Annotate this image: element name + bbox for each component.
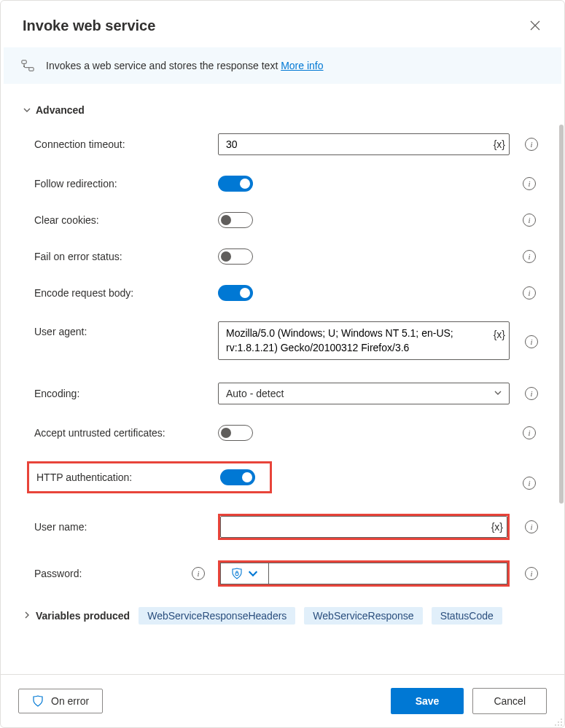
dialog-footer: On error Save Cancel [1,674,564,727]
label-user-agent: User agent: [34,321,209,337]
info-icon[interactable]: i [525,335,538,348]
info-icon[interactable]: i [523,286,536,300]
connection-timeout-input[interactable] [218,133,510,155]
svg-rect-1 [29,68,34,71]
row-http-auth-outer: HTTP authentication: i [23,461,542,505]
save-button[interactable]: Save [391,688,464,714]
info-icon[interactable]: i [523,250,536,263]
username-input[interactable] [220,516,507,538]
cancel-button[interactable]: Cancel [472,688,547,714]
label-password: Password: [34,568,209,579]
scrollbar-thumb[interactable] [559,125,564,504]
variables-produced-label: Variables produced [36,610,130,622]
more-info-link[interactable]: More info [281,60,323,71]
row-user-agent: User agent: Mozilla/5.0 (Windows; U; Win… [23,321,542,362]
row-password: Password: i i [23,560,542,587]
shield-lock-icon [231,568,243,579]
on-error-label: On error [51,695,89,707]
row-username: User name: {x} i [23,514,542,540]
row-follow-redirection: Follow redirection: i [23,176,542,192]
variable-picker-icon[interactable]: {x} [494,329,505,340]
label-http-auth: HTTP authentication: [36,471,211,483]
row-accept-untrusted: Accept untrusted certificates: i [23,425,542,441]
variable-chip[interactable]: WebServiceResponse [304,607,422,625]
row-clear-cookies: Clear cookies: i [23,212,542,228]
info-icon[interactable]: i [525,138,538,151]
invoke-web-service-dialog: Invoke web service Invokes a web service… [0,0,565,728]
label-connection-timeout: Connection timeout: [34,138,209,150]
chevron-right-icon [23,610,31,622]
banner-text: Invokes a web service and stores the res… [46,60,324,71]
user-agent-input[interactable]: Mozilla/5.0 (Windows; U; Windows NT 5.1;… [218,321,510,360]
close-icon [530,20,540,31]
info-icon[interactable]: i [523,477,536,490]
banner-description: Invokes a web service and stores the res… [46,60,281,71]
svg-rect-3 [235,573,238,576]
svg-point-4 [561,719,562,720]
http-auth-toggle[interactable] [220,469,255,485]
on-error-button[interactable]: On error [18,689,103,713]
advanced-section-header[interactable]: Advanced [23,104,542,116]
label-username: User name: [34,521,209,533]
password-input[interactable] [268,563,507,584]
label-encoding: Encoding: [34,388,209,399]
svg-point-8 [558,724,559,726]
info-banner: Invokes a web service and stores the res… [4,47,561,84]
encode-body-toggle[interactable] [218,285,253,301]
info-icon[interactable]: i [523,214,536,227]
row-encode-body: Encode request body: i [23,285,542,301]
svg-point-2 [23,66,25,67]
chevron-down-icon [23,106,31,114]
variable-chip[interactable]: StatusCode [432,607,502,625]
info-icon[interactable]: i [523,177,536,190]
follow-redirection-toggle[interactable] [218,176,253,192]
web-service-icon [21,59,34,72]
svg-rect-0 [22,60,26,64]
clear-cookies-toggle[interactable] [218,212,253,228]
svg-point-6 [561,721,562,723]
dialog-header: Invoke web service [1,1,564,47]
chevron-down-icon [247,568,259,579]
accept-untrusted-toggle[interactable] [218,425,253,441]
fail-on-error-toggle[interactable] [218,248,253,265]
password-secret-picker[interactable] [220,563,268,584]
dialog-body: Advanced Connection timeout: {x} i Follo… [1,84,564,674]
variable-picker-icon[interactable]: {x} [491,521,503,533]
variable-picker-icon[interactable]: {x} [494,138,505,150]
info-icon[interactable]: i [525,520,538,533]
row-http-auth: HTTP authentication: [27,461,272,493]
advanced-label: Advanced [36,104,85,116]
label-fail-on-error: Fail on error status: [34,251,209,262]
close-button[interactable] [523,14,547,37]
row-connection-timeout: Connection timeout: {x} i [23,133,542,155]
label-accept-untrusted: Accept untrusted certificates: [34,427,209,439]
label-encode-body: Encode request body: [34,287,209,299]
label-follow-redirection: Follow redirection: [34,178,209,189]
info-icon[interactable]: i [525,387,538,400]
row-encoding: Encoding: Auto - detect i [23,383,542,404]
svg-point-5 [558,721,559,723]
variables-produced-row: Variables produced WebServiceResponseHea… [23,607,542,625]
shield-icon [32,695,44,707]
info-icon[interactable]: i [523,426,536,439]
label-clear-cookies: Clear cookies: [34,214,209,226]
scrollbar[interactable] [559,95,564,669]
svg-point-7 [555,724,556,726]
variables-produced-header[interactable]: Variables produced [23,610,130,622]
row-fail-on-error: Fail on error status: i [23,248,542,265]
encoding-select[interactable]: Auto - detect [218,383,510,404]
svg-point-9 [561,724,562,726]
info-icon[interactable]: i [525,567,538,580]
dialog-title: Invoke web service [23,17,155,34]
variable-chip[interactable]: WebServiceResponseHeaders [139,607,295,625]
resize-grip[interactable] [554,717,563,726]
